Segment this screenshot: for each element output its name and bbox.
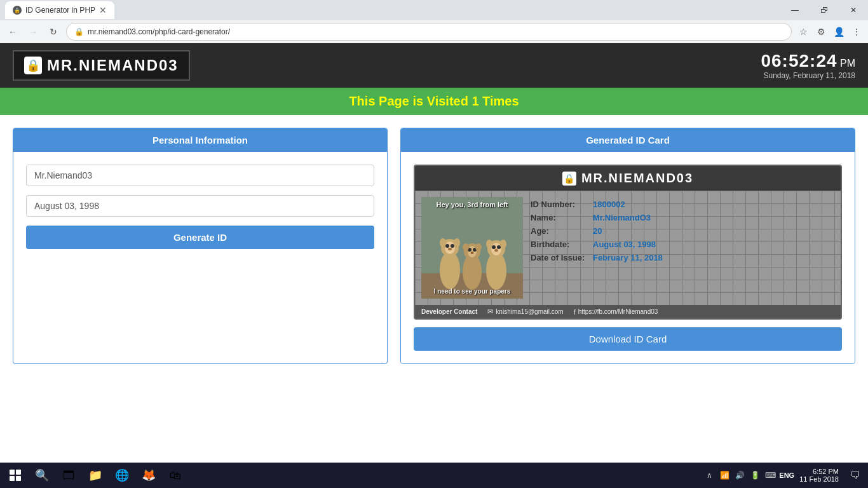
id-card: 🔒 MR.NIEMAND03 Hey you, 3rd from left (414, 165, 842, 320)
id-card-lock-icon: 🔒 (562, 172, 576, 186)
main-content: Personal Information Generate ID Generat… (0, 115, 868, 377)
personal-info-body: Generate ID (13, 152, 387, 262)
id-card-photo: Hey you, 3rd from left (421, 197, 523, 299)
logo-text: MR.NIEMAND03 (47, 57, 179, 74)
svg-point-16 (463, 243, 469, 251)
profile-icon[interactable]: 👤 (832, 25, 845, 38)
tab-favicon: 🔒 (13, 6, 22, 15)
svg-point-6 (451, 244, 454, 248)
id-card-logo-text: MR.NIEMAND03 (581, 171, 693, 186)
svg-point-15 (471, 252, 474, 254)
svg-point-17 (475, 243, 482, 251)
extensions-icon[interactable]: ⚙ (815, 25, 827, 38)
clock-time: 06:52:24 (761, 51, 837, 71)
svg-point-21 (492, 245, 496, 249)
menu-icon[interactable]: ⋮ (850, 25, 863, 38)
birthdate-row: Birthdate: August 03, 1998 (531, 240, 834, 249)
tab-title: ID Generator in PHP (25, 6, 95, 15)
name-label: Name: (531, 213, 588, 222)
generated-id-body: 🔒 MR.NIEMAND03 Hey you, 3rd from left (401, 152, 855, 363)
browser-tab[interactable]: 🔒 ID Generator in PHP ✕ (5, 1, 114, 19)
meerkat-illustration (421, 197, 523, 299)
site-clock: 06:52:24 PM Sunday, February 11, 2018 (761, 51, 855, 80)
email-icon: ✉ (487, 308, 493, 316)
svg-point-7 (448, 248, 452, 250)
age-label: Age: (531, 226, 588, 236)
bookmark-icon[interactable]: ☆ (797, 25, 810, 38)
svg-point-23 (494, 249, 498, 252)
svg-point-24 (486, 240, 492, 248)
birthdate-label: Birthdate: (531, 240, 588, 249)
footer-fb-url: https://fb.com/MrNiemand03 (578, 308, 658, 315)
name-input[interactable] (26, 165, 374, 186)
footer-dev-label: Developer Contact (421, 308, 477, 315)
id-card-body: Hey you, 3rd from left (415, 191, 841, 305)
svg-point-5 (445, 244, 449, 248)
footer-email-contact: ✉ knishima15@gmail.com (487, 308, 563, 316)
photo-top-caption: Hey you, 3rd from left (421, 201, 523, 208)
url-text: mr.niemand03.com/php/id-card-generator/ (88, 27, 783, 36)
logo-lock-icon: 🔒 (24, 57, 42, 74)
id-number-label: ID Number: (531, 200, 588, 209)
personal-info-panel: Personal Information Generate ID (13, 128, 388, 364)
svg-point-9 (454, 238, 460, 247)
photo-bottom-caption: I need to see your papers (421, 288, 523, 295)
address-bar[interactable]: 🔒 mr.niemand03.com/php/id-card-generator… (66, 23, 792, 41)
footer-fb-contact: f https://fb.com/MrNiemand03 (574, 308, 658, 316)
tab-close-btn[interactable]: ✕ (99, 5, 107, 15)
issue-date-label: Date of Issue: (531, 253, 588, 262)
generate-id-button[interactable]: Generate ID (26, 226, 374, 249)
birthdate-value: August 03, 1998 (593, 240, 656, 249)
footer-email: knishima15@gmail.com (496, 308, 563, 315)
clock-date: Sunday, February 11, 2018 (761, 71, 855, 80)
minimize-button[interactable]: — (780, 0, 810, 20)
reload-button[interactable]: ↻ (46, 24, 61, 39)
id-card-header: 🔒 MR.NIEMAND03 (415, 166, 841, 191)
name-row: Name: Mr.NiemandO3 (531, 213, 834, 222)
age-value: 20 (593, 226, 602, 236)
birthdate-input[interactable] (26, 195, 374, 217)
id-card-footer: Developer Contact ✉ knishima15@gmail.com… (415, 305, 841, 318)
generated-id-panel: Generated ID Card 🔒 MR.NIEMAND03 Hey you… (400, 128, 855, 364)
download-id-card-button[interactable]: Download ID Card (414, 327, 842, 351)
svg-point-22 (497, 245, 501, 249)
personal-info-header: Personal Information (13, 128, 387, 152)
site-logo: 🔒 MR.NIEMAND03 (13, 50, 190, 81)
generated-id-header: Generated ID Card (401, 128, 855, 152)
browser-controls: ← → ↻ 🔒 mr.niemand03.com/php/id-card-gen… (0, 20, 868, 43)
issue-date-value: February 11, 2018 (593, 253, 663, 262)
back-button[interactable]: ← (5, 24, 20, 39)
close-button[interactable]: ✕ (839, 0, 868, 20)
forward-button[interactable]: → (25, 24, 41, 39)
age-row: Age: 20 (531, 226, 834, 236)
svg-point-8 (440, 238, 446, 247)
clock-ampm: PM (840, 58, 855, 69)
maximize-button[interactable]: 🗗 (810, 0, 839, 20)
site-header: 🔒 MR.NIEMAND03 06:52:24 PM Sunday, Febru… (0, 43, 868, 88)
ssl-lock-icon: 🔒 (74, 27, 84, 36)
id-card-info: ID Number: 1800002 Name: Mr.NiemandO3 Ag… (531, 197, 834, 299)
browser-titlebar: 🔒 ID Generator in PHP ✕ — 🗗 ✕ (0, 0, 868, 20)
issue-date-row: Date of Issue: February 11, 2018 (531, 253, 834, 262)
name-value: Mr.NiemandO3 (593, 213, 651, 222)
id-number-row: ID Number: 1800002 (531, 200, 834, 209)
visit-banner: This Page is Visited 1 Times (0, 88, 868, 115)
browser-actions: ☆ ⚙ 👤 ⋮ (797, 25, 863, 38)
svg-point-25 (500, 240, 506, 248)
facebook-icon: f (574, 308, 576, 316)
id-number-value: 1800002 (593, 200, 625, 209)
